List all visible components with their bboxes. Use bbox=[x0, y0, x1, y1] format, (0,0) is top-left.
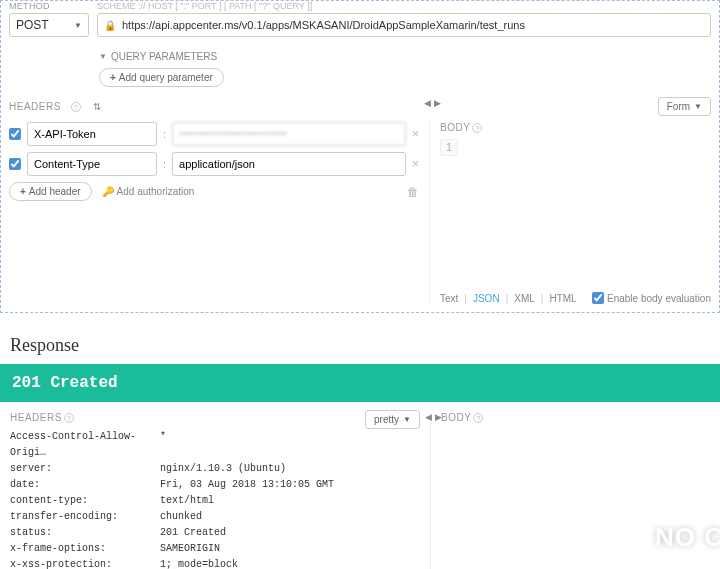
resp-headers-title: HEADERS bbox=[10, 412, 62, 423]
url-input[interactable]: 🔒 https://api.appcenter.ms/v0.1/apps/MSK… bbox=[97, 13, 711, 37]
panel-nav[interactable]: ◀ ▶ bbox=[424, 98, 441, 108]
response-headers-col: HEADERS ? pretty ▼ Access-Control-Allow-… bbox=[10, 412, 420, 569]
resp-header-row: x-frame-options:SAMEORIGIN bbox=[10, 541, 420, 557]
response-body-col: ◀ ▶ BODY ? bbox=[430, 412, 710, 569]
response-status: 201 Created bbox=[0, 364, 720, 402]
resp-header-row: Access-Control-Allow-Origi…* bbox=[10, 429, 420, 461]
url-column: SCHEME :// HOST [ ":" PORT ] [ PATH [ "?… bbox=[97, 1, 711, 37]
tab-html[interactable]: HTML bbox=[549, 293, 576, 304]
method-select[interactable]: POST ▼ bbox=[9, 13, 89, 37]
lock-icon: 🔒 bbox=[104, 20, 116, 31]
enable-body-eval-label: Enable body evaluation bbox=[607, 293, 711, 304]
form-label: Form bbox=[667, 101, 690, 112]
header-value-input[interactable]: •••••••••••••••••••••••••••• bbox=[172, 122, 406, 146]
add-authorization-button[interactable]: 🔑 Add authorization bbox=[102, 186, 195, 197]
query-parameters-section: ▼ QUERY PARAMETERS + Add query parameter bbox=[99, 45, 719, 87]
help-icon[interactable]: ? bbox=[472, 123, 482, 133]
add-qp-label: Add query parameter bbox=[119, 72, 213, 83]
query-parameters-toggle[interactable]: ▼ QUERY PARAMETERS bbox=[99, 45, 719, 68]
caret-down-icon: ▼ bbox=[694, 102, 702, 111]
response-split: HEADERS ? pretty ▼ Access-Control-Allow-… bbox=[0, 402, 720, 569]
resp-body-titlebar: BODY ? bbox=[441, 412, 710, 423]
remove-header-icon[interactable]: × bbox=[412, 157, 419, 171]
response-title: Response bbox=[0, 327, 720, 364]
body-editor[interactable] bbox=[440, 156, 711, 286]
url-text: https://api.appcenter.ms/v0.1/apps/MSKAS… bbox=[122, 19, 525, 31]
headers-title: HEADERS bbox=[9, 101, 61, 112]
enable-body-eval-checkbox[interactable] bbox=[592, 292, 604, 304]
add-auth-label: Add authorization bbox=[117, 186, 195, 197]
sort-icon[interactable]: ⇅ bbox=[93, 101, 101, 112]
body-title: BODY bbox=[440, 122, 470, 133]
caret-down-icon: ▼ bbox=[74, 21, 82, 30]
request-top-row: METHOD POST ▼ SCHEME :// HOST [ ":" PORT… bbox=[1, 1, 719, 37]
body-right: ◀ ▶ BODY ? 1 Text| JSON| XML| HTML Enabl… bbox=[429, 122, 711, 304]
colon-icon: : bbox=[163, 158, 166, 170]
plus-icon: + bbox=[110, 72, 116, 83]
resp-header-row: status:201 Created bbox=[10, 525, 420, 541]
trash-icon[interactable]: 🗑 bbox=[407, 185, 419, 199]
tab-text[interactable]: Text bbox=[440, 293, 458, 304]
resp-headers-titlebar: HEADERS ? pretty ▼ bbox=[10, 412, 420, 423]
resp-header-row: server:nginx/1.10.3 (Ubuntu) bbox=[10, 461, 420, 477]
add-header-label: Add header bbox=[29, 186, 81, 197]
header-actions: + Add header 🔑 Add authorization 🗑 bbox=[9, 182, 419, 201]
body-footer: Text| JSON| XML| HTML Enable body evalua… bbox=[440, 286, 711, 304]
pretty-dropdown[interactable]: pretty ▼ bbox=[365, 410, 420, 429]
resp-header-row: x-xss-protection:1; mode=block bbox=[10, 557, 420, 569]
method-label: METHOD bbox=[9, 1, 89, 11]
resp-header-row: content-type:text/html bbox=[10, 493, 420, 509]
header-enabled-checkbox[interactable] bbox=[9, 158, 21, 170]
key-icon: 🔑 bbox=[102, 186, 114, 197]
header-row: : •••••••••••••••••••••••••••• × bbox=[9, 122, 419, 146]
qp-title: QUERY PARAMETERS bbox=[111, 51, 217, 62]
panel-nav[interactable]: ◀ ▶ bbox=[425, 412, 442, 422]
resp-header-row: transfer-encoding:chunked bbox=[10, 509, 420, 525]
header-enabled-checkbox[interactable] bbox=[9, 128, 21, 140]
method-value: POST bbox=[16, 18, 49, 32]
tab-xml[interactable]: XML bbox=[514, 293, 535, 304]
body-line-number: 1 bbox=[440, 139, 458, 156]
request-split: : •••••••••••••••••••••••••••• × : × + A… bbox=[1, 122, 719, 312]
tab-json[interactable]: JSON bbox=[473, 293, 500, 304]
pretty-label: pretty bbox=[374, 414, 399, 425]
header-name-input[interactable] bbox=[27, 122, 157, 146]
resp-header-row: date:Fri, 03 Aug 2018 13:10:05 GMT bbox=[10, 477, 420, 493]
enable-body-eval[interactable]: Enable body evaluation bbox=[592, 292, 711, 304]
headers-left: : •••••••••••••••••••••••••••• × : × + A… bbox=[9, 122, 419, 304]
resp-body-title: BODY bbox=[441, 412, 471, 423]
remove-header-icon[interactable]: × bbox=[412, 127, 419, 141]
request-panel: METHOD POST ▼ SCHEME :// HOST [ ":" PORT… bbox=[0, 0, 720, 313]
add-query-parameter-button[interactable]: + Add query parameter bbox=[99, 68, 224, 87]
response-section: Response 201 Created HEADERS ? pretty ▼ … bbox=[0, 327, 720, 569]
help-icon[interactable]: ? bbox=[473, 413, 483, 423]
plus-icon: + bbox=[20, 186, 26, 197]
body-title-row: BODY ? bbox=[440, 122, 711, 133]
colon-icon: : bbox=[163, 128, 166, 140]
scheme-label: SCHEME :// HOST [ ":" PORT ] [ PATH [ "?… bbox=[97, 1, 711, 11]
help-icon[interactable]: ? bbox=[71, 102, 81, 112]
method-column: METHOD POST ▼ bbox=[9, 1, 89, 37]
chevron-down-icon: ▼ bbox=[99, 52, 107, 61]
header-row: : × bbox=[9, 152, 419, 176]
caret-down-icon: ▼ bbox=[403, 415, 411, 424]
headers-titlebar: HEADERS ? ⇅ Form ▼ bbox=[1, 87, 719, 122]
header-value-input[interactable] bbox=[172, 152, 406, 176]
help-icon[interactable]: ? bbox=[64, 413, 74, 423]
headers-view-dropdown[interactable]: Form ▼ bbox=[658, 97, 711, 116]
add-header-button[interactable]: + Add header bbox=[9, 182, 92, 201]
header-name-input[interactable] bbox=[27, 152, 157, 176]
